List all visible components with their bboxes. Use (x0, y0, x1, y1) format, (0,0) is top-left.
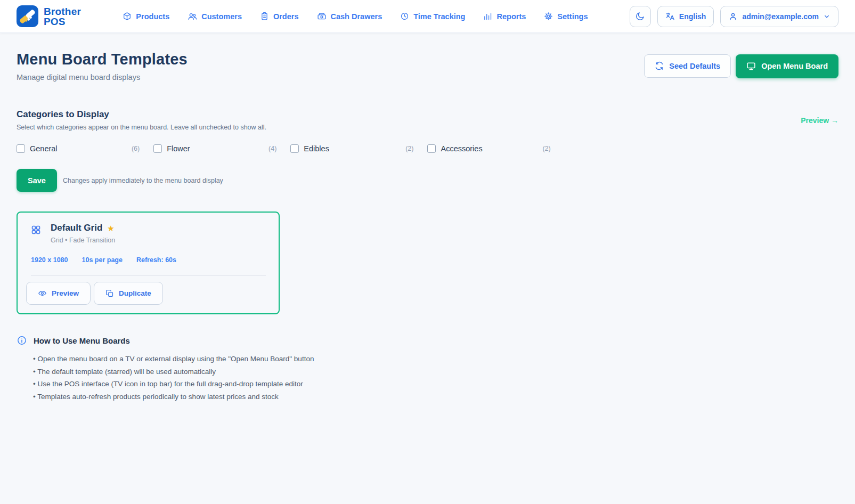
preview-button[interactable]: Preview (26, 282, 91, 305)
help-title: How to Use Menu Boards (34, 336, 130, 345)
brand-logo: Brother POS (17, 5, 81, 27)
cash-drawer-icon (317, 12, 327, 21)
bar-chart-icon (483, 12, 492, 21)
products-cube-icon (123, 12, 132, 21)
nav-label: Customers (201, 12, 242, 21)
clock-icon (400, 12, 409, 21)
help-bullet: Use the POS interface (TV icon in top ba… (33, 378, 838, 391)
nav-item-products[interactable]: Products (123, 12, 169, 21)
card-divider (31, 275, 266, 275)
help-bullets: Open the menu board on a TV or external … (33, 353, 838, 403)
template-subtitle: Grid • Fade Transition (51, 237, 115, 244)
nav-item-settings[interactable]: Settings (544, 12, 588, 21)
open-menu-board-button[interactable]: Open Menu Board (736, 54, 838, 78)
nav-label: Products (136, 12, 169, 21)
category-count: (2) (542, 145, 550, 152)
page-subtitle: Manage digital menu board displays (17, 73, 188, 82)
page-title: Menu Board Templates (17, 51, 188, 68)
main-nav: Products Customers Orders (92, 12, 619, 21)
help-bullet: The default template (starred) will be u… (33, 365, 838, 378)
nav-item-reports[interactable]: Reports (483, 12, 526, 21)
categories-subtitle: Select which categories appear on the me… (17, 124, 266, 131)
customers-users-icon (188, 12, 197, 21)
category-label: General (30, 144, 58, 153)
info-icon (17, 335, 27, 346)
language-label: English (679, 12, 706, 21)
category-count: (4) (268, 145, 276, 152)
theme-toggle-button[interactable] (630, 6, 651, 27)
spec-page-duration: 10s per page (82, 256, 123, 264)
user-menu-button[interactable]: admin@example.com (720, 6, 838, 27)
user-email: admin@example.com (742, 12, 819, 21)
duplicate-button-label: Duplicate (119, 289, 151, 297)
nav-label: Time Tracking (413, 12, 465, 21)
category-checkbox-flower[interactable] (153, 144, 162, 153)
moon-icon (635, 11, 645, 21)
category-label: Flower (167, 144, 190, 153)
page-actions: Seed Defaults Open Menu Board (644, 54, 838, 78)
nav-label: Orders (273, 12, 299, 21)
preview-button-label: Preview (52, 289, 79, 297)
category-cell-edibles: Edibles (2) (290, 144, 427, 153)
main-content: Menu Board Templates Manage digital menu… (0, 51, 855, 403)
chevron-down-icon (823, 13, 830, 20)
spec-resolution: 1920 x 1080 (31, 256, 68, 264)
save-row: Save Changes apply immediately to the me… (17, 169, 838, 192)
category-count: (2) (405, 145, 413, 152)
grid-layout-icon (31, 225, 41, 244)
help-bullet: Open the menu board on a TV or external … (33, 353, 838, 365)
spec-refresh: Refresh: 60s (136, 256, 176, 264)
nav-item-time-tracking[interactable]: Time Tracking (400, 12, 465, 21)
monitor-icon (746, 61, 756, 71)
category-label: Edibles (304, 144, 329, 153)
eye-icon (38, 289, 47, 298)
gear-icon (544, 12, 553, 21)
page-head: Menu Board Templates Manage digital menu… (17, 51, 838, 82)
language-button[interactable]: English (657, 6, 714, 27)
category-checkbox-general[interactable] (17, 144, 25, 153)
category-cell-flower: Flower (4) (153, 144, 290, 153)
preview-link[interactable]: Preview → (801, 116, 838, 125)
category-cell-general: General (6) (17, 144, 153, 153)
copy-icon (105, 289, 114, 298)
nav-item-cash-drawers[interactable]: Cash Drawers (317, 12, 382, 21)
nav-label: Settings (557, 12, 588, 21)
category-checkbox-edibles[interactable] (290, 144, 299, 153)
default-star-icon: ★ (107, 224, 114, 232)
category-checkbox-accessories[interactable] (427, 144, 436, 153)
open-menu-board-label: Open Menu Board (761, 62, 828, 70)
brand-name: Brother POS (44, 6, 81, 27)
refresh-icon (655, 61, 664, 70)
orders-clipboard-icon (260, 12, 269, 21)
category-cell-accessories: Accessories (2) (427, 144, 564, 153)
seed-defaults-label: Seed Defaults (669, 62, 720, 70)
nav-label: Reports (496, 12, 526, 21)
template-title: Default Grid (51, 223, 102, 233)
template-actions: Preview Duplicate (26, 282, 270, 305)
app-header: Brother POS Products Customers (0, 0, 855, 33)
help-section: How to Use Menu Boards Open the menu boa… (17, 335, 838, 403)
template-card-default-grid: Default Grid ★ Grid • Fade Transition 19… (17, 212, 280, 314)
duplicate-button[interactable]: Duplicate (94, 282, 163, 305)
categories-section: Categories to Display Select which categ… (17, 109, 838, 192)
user-icon (728, 12, 738, 21)
categories-grid: General (6) Flower (4) Edibles (2) Acces… (17, 144, 838, 153)
template-specs: 1920 x 1080 10s per page Refresh: 60s (31, 256, 270, 264)
nav-label: Cash Drawers (331, 12, 382, 21)
seed-defaults-button[interactable]: Seed Defaults (644, 54, 731, 78)
help-bullet: Templates auto-refresh products periodic… (33, 391, 838, 403)
translate-icon (665, 12, 675, 21)
save-note: Changes apply immediately to the menu bo… (63, 177, 223, 184)
header-controls: English admin@example.com (630, 6, 838, 27)
category-count: (6) (132, 145, 140, 152)
handshake-logo-icon (17, 5, 38, 27)
nav-item-orders[interactable]: Orders (260, 12, 299, 21)
save-button[interactable]: Save (17, 169, 57, 192)
category-label: Accessories (441, 144, 482, 153)
categories-title: Categories to Display (17, 109, 266, 120)
nav-item-customers[interactable]: Customers (188, 12, 242, 21)
